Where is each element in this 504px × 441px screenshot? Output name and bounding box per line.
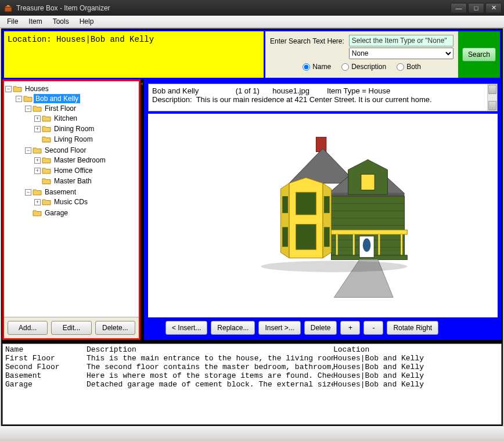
folder-icon [42, 198, 51, 206]
insert-left-button[interactable]: < Insert... [165, 321, 207, 335]
detail-type: Item Type = House [327, 86, 390, 95]
detail-desc: This is our main residence at 421 Center… [196, 95, 432, 104]
tree-node[interactable]: Home Office [52, 166, 94, 175]
search-button[interactable]: Search [462, 48, 496, 62]
radio-description[interactable]: Description [341, 63, 386, 71]
tree-node[interactable]: Living Room [52, 135, 95, 144]
svg-point-24 [363, 238, 371, 251]
item-type-hint: Select the Item Type or "None" [349, 35, 453, 46]
folder-icon [42, 156, 51, 164]
grid-header-name[interactable]: Name [5, 345, 87, 354]
desc-scrollbar[interactable] [487, 84, 497, 111]
folder-icon [42, 125, 51, 133]
menu-item[interactable]: Item [24, 16, 46, 27]
svg-rect-17 [332, 230, 408, 234]
detail-panel: Bob and Kelly (1 of 1) house1.jpg Item T… [144, 79, 502, 340]
rotate-right-button[interactable]: Rotate Right [387, 321, 438, 335]
tree-node[interactable]: Second Floor [43, 146, 88, 155]
tree-toggle[interactable]: − [16, 96, 22, 102]
location-panel: Location: Houses|Bob and Kelly [2, 30, 264, 79]
svg-rect-15 [282, 227, 288, 247]
svg-rect-0 [5, 7, 12, 12]
zoom-in-button[interactable]: + [340, 321, 360, 335]
app-icon [3, 3, 13, 13]
close-button[interactable]: ✕ [485, 3, 502, 13]
svg-rect-13 [282, 196, 288, 213]
detail-count: (1 of 1) [236, 86, 271, 95]
window-title: Treasure Box - Item Organizer [16, 4, 110, 12]
svg-rect-1 [316, 137, 326, 151]
tree-toggle[interactable]: + [34, 168, 41, 174]
folder-icon [42, 135, 51, 143]
tree-toggle[interactable]: + [34, 157, 41, 164]
replace-button[interactable]: Replace... [211, 321, 255, 335]
tree-toggle[interactable]: + [34, 199, 41, 205]
vertical-splitter[interactable] [141, 79, 144, 340]
svg-rect-14 [324, 196, 330, 213]
detail-name: Bob and Kelly [152, 86, 233, 95]
tree-node[interactable]: Kitchen [52, 114, 79, 123]
tree-delete-button[interactable]: Delete... [95, 321, 135, 335]
folder-icon [13, 85, 22, 93]
svg-rect-16 [324, 227, 330, 247]
tree-node[interactable]: Basement [43, 187, 78, 197]
table-row[interactable]: Basement Here is where most of the stora… [5, 371, 499, 380]
menu-file[interactable]: File [2, 16, 23, 27]
radio-name[interactable]: Name [303, 63, 331, 71]
tree-node[interactable]: Houses [23, 84, 51, 93]
folder-icon [42, 114, 51, 122]
tree-node[interactable]: Music CDs [52, 197, 89, 207]
description-box: Bob and Kelly (1 of 1) house1.jpg Item T… [148, 84, 498, 111]
svg-point-25 [261, 261, 407, 272]
maximize-button[interactable]: □ [468, 3, 484, 13]
detail-desc-label: Description: [152, 95, 192, 104]
tree-node[interactable]: Master Bath [52, 176, 93, 186]
zoom-out-button[interactable]: - [363, 321, 383, 335]
tree-toggle[interactable]: − [25, 189, 31, 196]
menu-help[interactable]: Help [75, 16, 99, 27]
delete-image-button[interactable]: Delete [304, 321, 337, 335]
tree-toggle[interactable]: − [5, 86, 12, 92]
item-image [148, 114, 498, 317]
tree-panel: −Houses −Bob and Kelly −First Floor +Kit… [2, 79, 141, 340]
tree-edit-button[interactable]: Edit... [51, 321, 91, 335]
grid-header-desc[interactable]: Description [87, 345, 333, 354]
statusbar [0, 426, 504, 439]
folder-icon [33, 104, 42, 113]
tree-toggle[interactable]: + [34, 115, 41, 122]
tree-toggle[interactable]: + [34, 126, 41, 132]
tree-toggle[interactable]: − [25, 106, 31, 112]
folder-icon [33, 209, 42, 217]
tree-add-button[interactable]: Add... [8, 321, 48, 335]
window-titlebar: Treasure Box - Item Organizer — □ ✕ [0, 0, 504, 16]
menubar: File Item Tools Help [0, 16, 504, 28]
folder-icon [42, 177, 51, 185]
svg-rect-12 [296, 224, 316, 250]
tree-node[interactable]: Garage [43, 208, 70, 218]
table-row[interactable]: First Floor This is the main entrance to… [5, 354, 499, 363]
tree-node[interactable]: Dining Room [52, 124, 96, 133]
table-row[interactable]: Second Floor The second floor contains t… [5, 363, 499, 371]
folder-icon [23, 95, 33, 103]
tree-node[interactable]: First Floor [43, 104, 78, 113]
radio-both[interactable]: Both [397, 63, 421, 71]
tree-toggle[interactable]: − [25, 147, 31, 154]
folder-tree[interactable]: −Houses −Bob and Kelly −First Floor +Kit… [4, 81, 139, 317]
menu-tools[interactable]: Tools [48, 16, 74, 27]
grid-header-loc[interactable]: Location [333, 345, 499, 354]
location-path: Houses|Bob and Kelly [56, 35, 154, 44]
tree-node[interactable]: Master Bedroom [52, 156, 107, 165]
item-type-select[interactable]: None [349, 48, 453, 59]
items-grid[interactable]: Name Description Location First Floor Th… [2, 344, 502, 425]
table-row[interactable]: Garage Detached garage made of cement bl… [5, 380, 499, 389]
folder-icon [33, 188, 42, 196]
folder-icon [33, 146, 42, 154]
insert-right-button[interactable]: Insert >... [258, 321, 300, 335]
search-panel: Enter Search Text Here: Select the Item … [264, 30, 502, 79]
folder-icon [42, 167, 51, 175]
minimize-button[interactable]: — [451, 3, 467, 13]
svg-rect-11 [296, 192, 316, 215]
detail-file: house1.jpg [272, 86, 325, 95]
tree-node-selected[interactable]: Bob and Kelly [34, 94, 80, 103]
search-label: Enter Search Text Here: [270, 37, 344, 45]
